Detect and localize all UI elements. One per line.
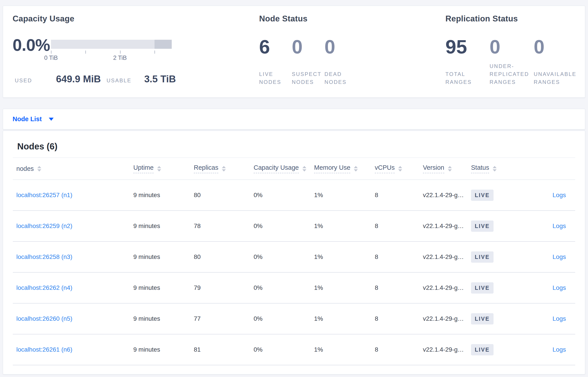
capacity-usage-section: Capacity Usage 0.0% 0 TiB 2 TiB: [3, 6, 259, 97]
table-row: localhost:26258 (n3)9 minutes800%1%8v22.…: [13, 242, 575, 273]
unavailable-ranges-label: UNAVAILABLE RANGES: [534, 70, 578, 86]
status-cell: LIVE: [471, 251, 524, 263]
logs-link[interactable]: Logs: [553, 253, 566, 260]
replicas-cell: 78: [194, 223, 254, 230]
column-header-vcpus[interactable]: vCPUs: [375, 164, 423, 173]
node-link[interactable]: localhost:26261 (n6): [16, 346, 72, 353]
logs-cell: Logs: [524, 253, 576, 260]
logs-cell: Logs: [524, 192, 576, 199]
status-badge: LIVE: [471, 313, 494, 324]
dead-nodes-label: DEAD NODES: [324, 70, 357, 86]
total-ranges-value: 95: [446, 36, 490, 57]
suspect-nodes-stat: 0 SUSPECT NODES: [292, 36, 324, 86]
usable-label: USABLE: [106, 77, 131, 84]
status-cell: LIVE: [471, 221, 524, 232]
cluster-summary-card: Capacity Usage 0.0% 0 TiB 2 TiB: [3, 6, 585, 98]
column-header-uptime[interactable]: Uptime: [133, 164, 194, 173]
column-header-label: vCPUs: [375, 164, 395, 173]
axis-label-0tib: 0 TiB: [44, 55, 58, 61]
column-header-version[interactable]: Version: [423, 164, 471, 173]
replication-status-title: Replication Status: [446, 14, 585, 24]
column-header-status[interactable]: Status: [471, 164, 524, 173]
column-header-label: Version: [423, 164, 444, 173]
column-header-nodes[interactable]: nodes: [13, 165, 133, 172]
axis-tick: [120, 50, 120, 54]
version-cell: v22.1.4-29-g…: [423, 253, 471, 260]
capacity-used-usable-row: USED 649.9 MiB USABLE 3.5 TiB: [15, 73, 259, 84]
column-header-label: Memory Use: [314, 164, 350, 173]
replication-stats: 95 TOTAL RANGES 0 UNDER-REPLICATED RANGE…: [446, 36, 585, 86]
replication-status-section: Replication Status 95 TOTAL RANGES 0 UND…: [446, 6, 585, 97]
node-link[interactable]: localhost:26262 (n4): [16, 284, 72, 291]
column-header-capacity-usage[interactable]: Capacity Usage: [254, 164, 314, 173]
logs-cell: Logs: [524, 346, 576, 353]
capacity-bar-chart: 0 TiB 2 TiB: [51, 40, 172, 62]
table-row: localhost:26261 (n6)9 minutes810%1%8v22.…: [13, 334, 575, 365]
replicas-cell: 81: [194, 346, 254, 353]
table-row: localhost:26257 (n1)9 minutes800%1%8v22.…: [13, 180, 575, 211]
node-link[interactable]: localhost:26258 (n3): [16, 253, 72, 260]
memory-use-cell: 1%: [314, 284, 375, 291]
logs-cell: Logs: [524, 315, 576, 322]
status-badge: LIVE: [471, 251, 494, 263]
memory-use-cell: 1%: [314, 315, 375, 322]
logs-cell: Logs: [524, 284, 576, 291]
replicas-cell: 80: [194, 192, 254, 199]
uptime-cell: 9 minutes: [133, 192, 194, 199]
logs-link[interactable]: Logs: [553, 315, 566, 322]
logs-link[interactable]: Logs: [553, 284, 566, 291]
sort-arrows-icon: [354, 166, 358, 172]
nodes-count-title: Nodes (6): [17, 141, 575, 152]
column-header-replicas[interactable]: Replicas: [194, 164, 254, 173]
status-badge: LIVE: [471, 190, 494, 201]
replicas-cell: 79: [194, 284, 254, 291]
axis-tick: [154, 50, 155, 54]
node-list-dropdown-label: Node List: [12, 116, 42, 123]
node-address-cell: localhost:26257 (n1): [13, 192, 133, 199]
nodes-table-header-row: nodesUptimeReplicasCapacity UsageMemory …: [13, 158, 575, 180]
sort-arrows-icon: [37, 166, 41, 172]
sort-arrows-icon: [398, 166, 402, 172]
capacity-usage-cell: 0%: [254, 315, 314, 322]
vcpus-cell: 8: [375, 192, 423, 199]
status-cell: LIVE: [471, 344, 524, 355]
node-status-stats: 6 LIVE NODES 0 SUSPECT NODES 0 DEAD NODE…: [259, 36, 446, 86]
column-header-label: Replicas: [194, 164, 218, 173]
node-link[interactable]: localhost:26259 (n2): [16, 223, 72, 229]
axis-label-2tib: 2 TiB: [113, 55, 127, 61]
live-nodes-value: 6: [259, 36, 292, 57]
table-row: localhost:26259 (n2)9 minutes780%1%8v22.…: [13, 211, 575, 242]
axis-tick: [85, 50, 86, 54]
logs-cell: Logs: [524, 223, 576, 230]
logs-link[interactable]: Logs: [553, 192, 566, 199]
table-row: localhost:26262 (n4)9 minutes790%1%8v22.…: [13, 273, 575, 304]
sort-arrows-icon: [222, 166, 226, 172]
capacity-bar-track: [51, 40, 172, 49]
node-list-dropdown[interactable]: Node List: [12, 116, 54, 123]
unavailable-ranges-value: 0: [534, 36, 578, 57]
dead-nodes-stat: 0 DEAD NODES: [324, 36, 357, 86]
capacity-usage-cell: 0%: [254, 346, 314, 353]
logs-link[interactable]: Logs: [553, 346, 566, 353]
memory-use-cell: 1%: [314, 253, 375, 260]
sort-arrows-icon: [302, 166, 306, 172]
column-header-memory-use[interactable]: Memory Use: [314, 164, 375, 173]
logs-link[interactable]: Logs: [553, 223, 566, 229]
chevron-down-icon: [49, 118, 54, 121]
node-status-title: Node Status: [259, 14, 446, 24]
sort-arrows-icon: [448, 166, 452, 172]
total-ranges-stat: 95 TOTAL RANGES: [446, 36, 490, 86]
version-cell: v22.1.4-29-g…: [423, 284, 471, 291]
capacity-usage-title: Capacity Usage: [12, 14, 259, 24]
node-link[interactable]: localhost:26260 (n5): [16, 315, 72, 322]
capacity-axis-labels: 0 TiB 2 TiB: [51, 55, 172, 62]
vcpus-cell: 8: [375, 253, 423, 260]
status-badge: LIVE: [471, 282, 494, 294]
memory-use-cell: 1%: [314, 223, 375, 230]
axis-tick: [51, 50, 51, 54]
node-link[interactable]: localhost:26257 (n1): [16, 192, 72, 199]
used-value: 649.9 MiB: [56, 73, 101, 84]
sort-arrows-icon: [493, 166, 497, 172]
under-replicated-ranges-label: UNDER-REPLICATED RANGES: [490, 62, 534, 86]
status-cell: LIVE: [471, 282, 524, 294]
